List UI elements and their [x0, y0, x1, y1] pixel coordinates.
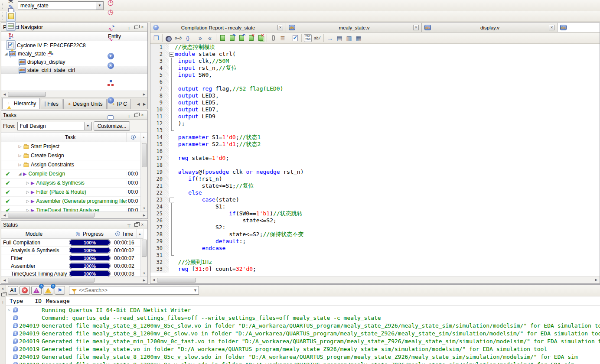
bookmark-clear-all-icon[interactable]: ✕ [256, 33, 265, 43]
outline-3-icon[interactable]: ▦ [354, 33, 363, 43]
tabs-scroll-right-icon[interactable]: ▶ [141, 99, 147, 109]
id-column-header[interactable]: ID [19, 298, 42, 304]
tasks-hscrollbar[interactable]: ◀ ▶ [1, 211, 147, 218]
filter-all-button[interactable]: All [8, 286, 18, 295]
expander-icon[interactable]: ▷ [17, 162, 23, 167]
doc-window-icon[interactable]: ❒ [151, 33, 161, 43]
fold-marker[interactable] [169, 252, 175, 259]
message-row[interactable]: i204019Generated file mealy_state_8_1200… [6, 361, 600, 364]
editor-hscrollbar[interactable]: ◀ ▶ [150, 276, 600, 283]
pin-icon[interactable]: ┬ [0, 298, 6, 304]
attach-icon[interactable] [268, 33, 278, 43]
rtl-viewer-icon[interactable]: ∿➤ [106, 34, 115, 44]
note-icon[interactable] [6, 12, 16, 21]
fold-marker[interactable] [169, 113, 175, 120]
status-row[interactable]: Full Compilation100%00:00:16 [1, 239, 140, 247]
tab-design-units[interactable]: ❖Design Units [63, 99, 107, 109]
message-search-box[interactable]: <<Search>> ▼ [69, 286, 199, 295]
programmer-icon[interactable]: ▼ [106, 52, 115, 61]
tabs-scroll-left-icon[interactable]: ◀ [135, 99, 141, 109]
expander-icon[interactable]: ▷ [17, 153, 23, 158]
project-selector[interactable]: mealy_state ▼ [18, 1, 104, 10]
scroll-left-icon[interactable]: ◀ [1, 277, 8, 283]
scroll-left-icon[interactable]: ◀ [1, 212, 8, 218]
comment-balloon-icon[interactable] [106, 113, 115, 123]
fold-marker[interactable] [169, 106, 175, 113]
scroll-thumb[interactable] [8, 278, 95, 283]
macro-icon[interactable]: ≣ [278, 33, 287, 43]
scroll-right-icon[interactable]: ▶ [593, 277, 600, 283]
binoculars-icon[interactable] [6, 0, 16, 2]
message-row[interactable]: ▷iRunning Quartus II 64-Bit EDA Netlist … [6, 306, 600, 314]
syntax-check-icon[interactable] [290, 33, 300, 43]
tree-item[interactable]: Cyclone IV E: EP4CE6E22C8 [1, 41, 147, 49]
list-config-icon[interactable] [6, 21, 16, 31]
filter-flag-button[interactable]: ⚑ [55, 286, 65, 295]
code-editor[interactable]: 1//状态控制模块2module state_ctrl(3 input clk,… [150, 44, 600, 276]
timequest-timer-icon[interactable]: ◷ [106, 0, 115, 7]
float-icon[interactable] [134, 26, 138, 29]
message-column-header[interactable]: Message [42, 298, 600, 304]
time-column-header[interactable]: Time [112, 229, 137, 239]
message-row[interactable]: i204019Generated file mealy_state_8_1200… [6, 329, 600, 337]
timer-report-icon[interactable]: ◷ [106, 7, 115, 17]
fold-marker[interactable] [169, 92, 175, 99]
message-row[interactable]: i204019Generated file mealy_state_min_12… [6, 337, 600, 345]
toolbar-grip[interactable] [2, 2, 4, 10]
task-row[interactable]: ✔▷▶Analysis & Synthesis00:0 [1, 179, 140, 188]
chevron-down-icon[interactable]: ▼ [192, 287, 199, 294]
message-row[interactable]: i204019Generated file mealy_state_8_1200… [6, 353, 600, 361]
scroll-down-icon[interactable]: ▼ [141, 270, 147, 276]
netlist-viewer-icon[interactable]: ∿➤ [106, 25, 115, 34]
chevron-down-icon[interactable]: ▼ [84, 122, 91, 130]
task-time-column-header[interactable] [127, 133, 140, 142]
status-row[interactable]: Analysis & Synthesis100%00:00:02 [1, 247, 140, 254]
fold-marker[interactable] [169, 51, 175, 58]
fold-marker[interactable] [169, 120, 175, 127]
status-row[interactable]: TimeQuest Timing Analyzer100%00:00:03 [1, 270, 140, 276]
outline-1-icon[interactable]: ▤ [335, 33, 344, 43]
tree-item[interactable]: abddisplay:i_display [1, 58, 147, 66]
filter-warnings-button[interactable]: 2 [43, 286, 53, 295]
fold-marker[interactable] [169, 238, 175, 245]
fold-marker[interactable] [169, 65, 175, 72]
scroll-left-icon[interactable]: ◀ [1, 91, 8, 98]
close-icon[interactable]: × [139, 24, 146, 30]
signal-probe-icon[interactable]: ⦿ [106, 61, 115, 71]
chevron-down-icon[interactable]: ▼ [96, 2, 103, 10]
tree-item[interactable]: abdstate_ctrl:i_state_ctrl [1, 66, 147, 74]
expander-icon[interactable]: ▷ [25, 208, 31, 211]
scroll-right-icon[interactable]: ▶ [141, 212, 147, 218]
expander-icon[interactable]: ◢ [17, 172, 23, 176]
scroll-right-icon[interactable]: ▶ [141, 277, 147, 283]
fold-marker[interactable] [169, 78, 175, 85]
close-icon[interactable]: × [0, 286, 6, 292]
message-row[interactable]: iCommand: quartus_eda --read_settings_fi… [6, 314, 600, 322]
pin-icon[interactable]: ┬ [126, 112, 132, 118]
bookmark-next-icon[interactable]: ↷ [227, 33, 237, 43]
tab-partial[interactable]: abc [558, 23, 600, 32]
fold-marker[interactable] [169, 99, 175, 106]
fold-marker[interactable] [169, 203, 175, 210]
message-row[interactable]: i204019Generated file mealy_state.vo in … [6, 345, 600, 353]
bookmark-clear-icon[interactable]: ✕ [246, 33, 256, 43]
task-column-header[interactable]: Task [14, 133, 127, 142]
float-icon[interactable] [134, 114, 138, 117]
bookmark-icon[interactable] [218, 33, 227, 43]
scroll-down-icon[interactable]: ▼ [141, 205, 147, 211]
edit-doc-icon[interactable]: ✎ [6, 2, 16, 12]
indent-less-icon[interactable]: « [205, 33, 215, 43]
float-icon[interactable] [134, 223, 138, 227]
task-row[interactable]: ✔▷▶Fitter (Place & Route)00:0 [1, 188, 140, 197]
scroll-left-icon[interactable]: ◀ [150, 277, 157, 283]
task-row[interactable]: ✔▷▶Assembler (Generate programming files… [1, 197, 140, 206]
fold-marker[interactable] [169, 127, 175, 134]
indent-more-icon[interactable]: » [196, 33, 205, 43]
find-icon[interactable] [164, 33, 173, 43]
task-row[interactable]: ▷Start Project [1, 142, 140, 151]
scroll-thumb[interactable] [8, 92, 46, 97]
flow-selector[interactable]: Full Design ▼ [17, 122, 92, 130]
expander-icon[interactable]: ▷ [25, 190, 31, 194]
progress-column-header[interactable]: %Progress [67, 229, 112, 239]
navigator-hscrollbar[interactable]: ◀ ▶ [1, 91, 147, 98]
